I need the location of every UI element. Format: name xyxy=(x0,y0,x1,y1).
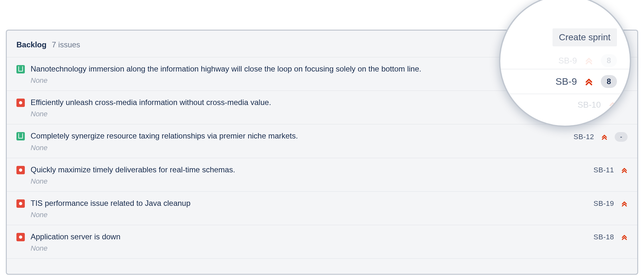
issue-summary: TIS performance issue related to Java cl… xyxy=(31,198,190,208)
issue-type-story-icon xyxy=(16,65,25,73)
issue-row-left: Application server is downNone xyxy=(16,232,593,253)
issue-key: SB-11 xyxy=(593,166,614,174)
issue-row[interactable]: TIS performance issue related to Java cl… xyxy=(7,192,637,225)
priority-highest-icon xyxy=(585,77,593,86)
issue-key: SB-19 xyxy=(593,199,614,208)
issue-row-left: Quickly maximize timely deliverables for… xyxy=(16,165,593,186)
issue-key: SB-9 xyxy=(555,76,577,87)
issue-row-right: SB-18 xyxy=(593,233,628,241)
issue-summary: Efficiently unleash cross-media informat… xyxy=(31,97,271,107)
issue-summary: Application server is down xyxy=(31,232,120,242)
issue-epic-label: None xyxy=(31,211,190,219)
estimate-badge: - xyxy=(615,132,628,142)
issue-epic-label: None xyxy=(31,144,298,152)
issue-type-story-icon xyxy=(16,132,25,140)
issue-text: TIS performance issue related to Java cl… xyxy=(31,198,190,219)
estimate-badge: 8 xyxy=(601,54,617,67)
issue-key: SB-9 xyxy=(558,56,577,66)
issue-epic-label: None xyxy=(31,177,235,186)
issue-summary: Completely synergize resource taxing rel… xyxy=(31,131,298,141)
issue-row-right: SB-19 xyxy=(593,199,628,208)
issue-summary: Nanotechnology immersion along the infor… xyxy=(31,64,421,74)
issue-row-right: SB-12- xyxy=(573,132,628,142)
priority-highest-icon xyxy=(601,133,608,140)
issue-row[interactable]: Quickly maximize timely deliverables for… xyxy=(7,158,637,192)
issue-epic-label: None xyxy=(31,244,120,253)
issue-text: Completely synergize resource taxing rel… xyxy=(31,131,298,152)
backlog-title: Backlog xyxy=(16,40,46,49)
issue-text: Nanotechnology immersion along the infor… xyxy=(31,64,421,85)
issue-key: SB-18 xyxy=(593,233,614,241)
issue-summary: Quickly maximize timely deliverables for… xyxy=(31,165,235,175)
issue-type-bug-icon xyxy=(16,99,25,107)
issue-key: SB-12 xyxy=(573,133,594,141)
issue-row[interactable]: Application server is downNoneSB-18 xyxy=(7,225,637,259)
issue-text: Application server is downNone xyxy=(31,232,120,253)
create-sprint-button[interactable]: Create sprint xyxy=(553,28,617,46)
priority-highest-icon xyxy=(621,200,628,207)
issue-epic-label: None xyxy=(31,110,271,118)
issue-text: Efficiently unleash cross-media informat… xyxy=(31,97,271,118)
issue-type-bug-icon xyxy=(16,199,25,208)
magnifier-lens: Create sprint SB-9 8 SB-9 8 SB-10 xyxy=(499,0,631,127)
issue-row-left: Completely synergize resource taxing rel… xyxy=(16,131,573,152)
issue-text: Quickly maximize timely deliverables for… xyxy=(31,165,235,186)
priority-highest-icon xyxy=(621,167,628,174)
issue-row[interactable]: Completely synergize resource taxing rel… xyxy=(7,124,637,158)
priority-highest-icon xyxy=(621,234,628,241)
issue-key: SB-10 xyxy=(578,100,601,110)
issue-type-bug-icon xyxy=(16,233,25,241)
backlog-header-left: Backlog 7 issues xyxy=(16,40,80,49)
issue-type-bug-icon xyxy=(16,166,25,174)
issue-epic-label: None xyxy=(31,76,421,85)
backlog-issue-count: 7 issues xyxy=(52,40,80,49)
priority-highest-icon xyxy=(585,56,593,65)
create-sprint-label: Create sprint xyxy=(559,32,610,42)
magnified-issue-row[interactable]: SB-9 8 xyxy=(500,69,630,94)
issue-row-left: TIS performance issue related to Java cl… xyxy=(16,198,593,219)
issue-row-right: SB-11 xyxy=(593,166,628,174)
estimate-badge: 8 xyxy=(601,75,617,88)
